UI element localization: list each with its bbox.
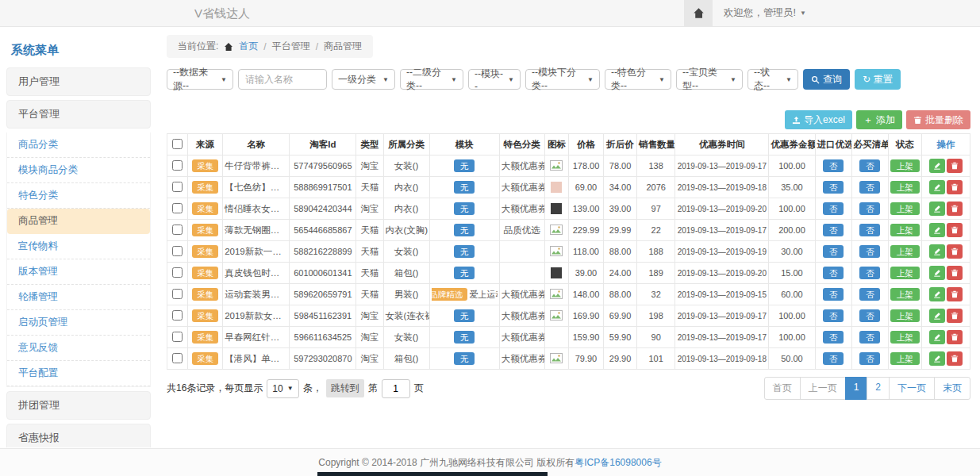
edit-button[interactable] — [929, 266, 945, 280]
row-checkbox[interactable] — [172, 353, 183, 363]
delete-button[interactable] — [947, 309, 963, 323]
sidebar-item-6[interactable]: 轮播管理 — [7, 285, 150, 310]
status-badge[interactable]: 上架 — [890, 181, 920, 194]
row-checkbox[interactable] — [172, 332, 183, 342]
sidebar-item-7[interactable]: 启动页管理 — [7, 310, 150, 336]
batch-delete-button[interactable]: 批量删除 — [906, 110, 970, 129]
edit-button[interactable] — [929, 159, 945, 173]
page-button-1[interactable]: 上一页 — [800, 377, 846, 400]
status-select[interactable]: --状态--▼ — [747, 69, 798, 90]
level1-category-select[interactable]: 一级分类▼ — [332, 69, 395, 90]
page-button-3[interactable]: 2 — [867, 377, 890, 400]
status-badge[interactable]: 上架 — [890, 331, 920, 344]
must-buy-toggle[interactable]: 否 — [859, 331, 881, 344]
imported-toggle[interactable]: 否 — [823, 331, 844, 344]
delete-button[interactable] — [947, 244, 963, 259]
edit-button[interactable] — [929, 244, 945, 259]
query-button[interactable]: 查询 — [803, 69, 850, 90]
delete-button[interactable] — [947, 266, 963, 280]
imported-toggle[interactable]: 否 — [823, 309, 844, 323]
feature-category-select[interactable]: --特色分类--▼ — [605, 69, 671, 90]
row-checkbox[interactable] — [172, 182, 183, 192]
must-buy-toggle[interactable]: 否 — [859, 288, 881, 301]
must-buy-toggle[interactable]: 否 — [859, 309, 881, 323]
delete-button[interactable] — [947, 180, 963, 194]
delete-button[interactable] — [947, 159, 963, 173]
row-checkbox[interactable] — [172, 246, 183, 256]
sidebar-item-4[interactable]: 宣传物料 — [7, 234, 150, 259]
status-badge[interactable]: 上架 — [890, 352, 920, 366]
edit-button[interactable] — [929, 309, 945, 323]
status-badge[interactable]: 上架 — [890, 309, 920, 323]
edit-button[interactable] — [929, 180, 945, 194]
reset-button[interactable]: ↻ 重置 — [855, 69, 901, 90]
sidebar-item-8[interactable]: 意见反馈 — [7, 336, 150, 361]
delete-button[interactable] — [947, 202, 963, 216]
must-buy-toggle[interactable]: 否 — [859, 181, 881, 194]
per-page-select[interactable]: 10 ▼ — [267, 379, 298, 398]
add-button[interactable]: ＋ 添加 — [856, 110, 902, 129]
sidebar-group-0[interactable]: 用户管理 — [6, 67, 151, 96]
sidebar-item-3[interactable]: 商品管理 — [7, 209, 150, 234]
sidebar-group-2[interactable]: 拼团管理 — [6, 391, 151, 420]
sidebar-group-1[interactable]: 平台管理 — [6, 100, 151, 129]
imported-toggle[interactable]: 否 — [823, 267, 844, 280]
edit-button[interactable] — [929, 287, 945, 301]
select-all-checkbox[interactable] — [172, 139, 183, 149]
item-type-select[interactable]: --宝贝类型--▼ — [676, 69, 743, 90]
status-badge[interactable]: 上架 — [890, 159, 920, 173]
must-buy-toggle[interactable]: 否 — [859, 245, 881, 259]
status-badge[interactable]: 上架 — [890, 245, 920, 259]
imported-toggle[interactable]: 否 — [823, 181, 844, 194]
imported-toggle[interactable]: 否 — [823, 288, 844, 301]
must-buy-toggle[interactable]: 否 — [859, 267, 881, 280]
row-checkbox[interactable] — [172, 225, 183, 235]
imported-toggle[interactable]: 否 — [823, 352, 844, 366]
delete-button[interactable] — [947, 330, 963, 344]
row-checkbox[interactable] — [172, 289, 183, 299]
edit-button[interactable] — [929, 330, 945, 344]
delete-button[interactable] — [947, 351, 963, 366]
row-checkbox[interactable] — [172, 267, 183, 278]
page-button-2[interactable]: 1 — [845, 377, 868, 400]
delete-button[interactable] — [947, 223, 963, 237]
user-menu[interactable]: 欢迎您，管理员! ▼ — [713, 0, 817, 26]
imported-toggle[interactable]: 否 — [823, 159, 844, 173]
page-number-input[interactable] — [382, 379, 410, 398]
level2-category-select[interactable]: --二级分类--▼ — [400, 69, 463, 90]
sidebar-group-3[interactable]: 省惠快报 — [6, 424, 151, 447]
data-source-select[interactable]: --数据来源--▼ — [167, 69, 233, 90]
row-checkbox[interactable] — [172, 310, 183, 321]
row-checkbox[interactable] — [172, 203, 183, 213]
must-buy-toggle[interactable]: 否 — [859, 352, 881, 366]
status-badge[interactable]: 上架 — [890, 202, 920, 216]
module-subcategory-select[interactable]: --模块下分类--▼ — [525, 69, 600, 90]
breadcrumb-home-link[interactable]: 首页 — [239, 40, 258, 53]
sidebar-item-5[interactable]: 版本管理 — [7, 259, 150, 285]
module-select[interactable]: --模块--▼ — [468, 69, 521, 90]
page-button-0[interactable]: 首页 — [764, 377, 801, 400]
sidebar-item-2[interactable]: 特色分类 — [7, 183, 150, 209]
page-button-4[interactable]: 下一页 — [889, 377, 935, 400]
home-button[interactable] — [684, 0, 713, 26]
status-badge[interactable]: 上架 — [890, 224, 920, 237]
delete-button[interactable] — [947, 287, 963, 301]
sidebar-item-0[interactable]: 商品分类 — [7, 132, 150, 158]
imported-toggle[interactable]: 否 — [823, 245, 844, 259]
status-badge[interactable]: 上架 — [890, 288, 920, 301]
page-button-5[interactable]: 末页 — [934, 377, 970, 400]
edit-button[interactable] — [929, 223, 945, 237]
status-badge[interactable]: 上架 — [890, 267, 920, 280]
imported-toggle[interactable]: 否 — [823, 224, 844, 237]
edit-button[interactable] — [929, 351, 945, 366]
icp-link[interactable]: 粤ICP备16098006号 — [575, 457, 661, 468]
must-buy-toggle[interactable]: 否 — [859, 159, 881, 173]
row-checkbox[interactable] — [172, 160, 183, 171]
sidebar-item-9[interactable]: 平台配置 — [7, 361, 150, 386]
import-excel-button[interactable]: 导入excel — [785, 110, 852, 129]
sidebar-item-1[interactable]: 模块商品分类 — [7, 158, 150, 183]
must-buy-toggle[interactable]: 否 — [859, 202, 881, 216]
imported-toggle[interactable]: 否 — [823, 202, 844, 216]
jump-button[interactable]: 跳转到 — [326, 379, 364, 397]
edit-button[interactable] — [929, 202, 945, 216]
